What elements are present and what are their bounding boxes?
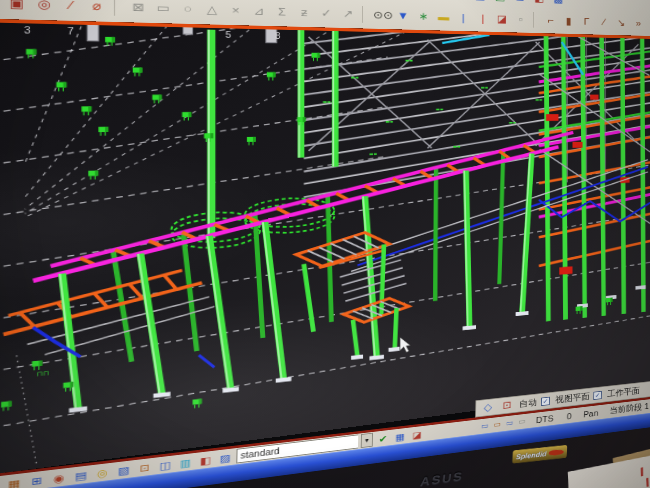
rebar-tool-icon[interactable]: ƶ — [295, 4, 314, 21]
slanted-beam-icon[interactable]: ∕ — [596, 15, 611, 30]
rotate-icon[interactable]: ◎ — [93, 464, 111, 481]
snap-mode-3-icon[interactable]: ▭ — [504, 417, 515, 428]
macro-icon[interactable]: ▣ — [5, 0, 29, 13]
count-indicator: 0 — [567, 411, 572, 421]
box-print — [646, 478, 648, 487]
work-plane-label: 工作平面 — [607, 385, 640, 400]
combobox-dropdown-icon[interactable]: ▾ — [361, 433, 373, 448]
cross-tool-icon[interactable]: × — [225, 2, 245, 20]
dense-hatch-icon[interactable]: ▩ — [551, 0, 567, 7]
desk-box — [568, 454, 650, 488]
view-plane-icon[interactable]: ◪ — [494, 11, 511, 27]
rectangle-tool-icon[interactable]: ▭ — [152, 0, 174, 17]
check-tool-icon[interactable]: ✓ — [317, 5, 336, 22]
grid-minus-icon[interactable]: ⊟ — [512, 0, 528, 5]
triangle-tool-icon[interactable]: △ — [202, 1, 223, 19]
snap-box-icon[interactable]: ⊡ — [499, 397, 516, 414]
asus-logo: ASUS — [420, 469, 465, 488]
perspective-icon[interactable]: ▨ — [217, 450, 234, 466]
select-filter-icon[interactable]: ⊠ — [127, 0, 149, 17]
grid-plus-icon[interactable]: ⊞ — [409, 0, 427, 2]
phase-view-icon[interactable]: ◪ — [410, 427, 424, 441]
monitor-screen: ▦▤◫▥⊞▧◨▨◩⊟◧▩ ▣◎∕⌀⊠▭○△×⊿Σƶ✓↗⊙⊙▼∗▬||◪▫⌐▮Γ∕… — [0, 19, 650, 488]
scene-icon[interactable]: ▦ — [393, 429, 408, 444]
half-fill-icon[interactable]: ◨ — [451, 0, 468, 3]
box-print — [641, 467, 643, 476]
auto-label[interactable]: 自动 — [519, 396, 537, 409]
note-icon[interactable]: ▬ — [435, 9, 452, 25]
crosshatch-icon[interactable]: ▨ — [472, 0, 489, 4]
apply-check-icon[interactable]: ✔ — [375, 431, 390, 446]
fit-view-icon[interactable]: ⊞ — [27, 472, 46, 488]
bottom-stack: ◇⊡ 自动 ✓ 视图平面 ✓ 工作平面 ▦⊞◉▤◎▧⊡◫▥◧▨ standard… — [0, 19, 650, 488]
filter-funnel-icon[interactable]: ▼ — [394, 8, 412, 25]
circle-tool-icon[interactable]: ○ — [177, 0, 198, 18]
grid-cell-icon[interactable]: ▫ — [513, 12, 529, 28]
pin-red-icon[interactable]: | — [474, 10, 491, 26]
splendid-sticker: Splendid — [512, 445, 567, 464]
corner-fill-icon[interactable]: ◩ — [492, 0, 509, 5]
diameter-icon[interactable]: ⌀ — [86, 0, 109, 16]
fly-icon[interactable]: ▥ — [177, 454, 194, 470]
render-icon[interactable]: ◉ — [50, 469, 69, 486]
snap-diamond-icon[interactable]: ◇ — [479, 399, 496, 416]
toolbar-separator — [362, 6, 368, 22]
polybeam-icon[interactable]: Γ — [579, 14, 594, 29]
measure-icon[interactable]: ∕ — [59, 0, 82, 15]
column-icon[interactable]: ▮ — [561, 13, 577, 28]
hatch-icon[interactable]: ▧ — [431, 0, 448, 2]
shade-icon[interactable]: ▧ — [115, 462, 133, 478]
left-fill-icon[interactable]: ◧ — [531, 0, 547, 6]
toolbar-separator — [533, 12, 539, 27]
view-plane-label: 视图平面 — [555, 390, 589, 405]
binoculars-icon[interactable]: ⊙⊙ — [373, 7, 391, 24]
twin-beam-icon[interactable]: » — [631, 16, 646, 31]
beam-icon[interactable]: ⌐ — [543, 13, 559, 29]
curved-beam-icon[interactable]: ↘ — [614, 15, 629, 30]
pan-icon[interactable]: ◫ — [156, 457, 174, 473]
toolbar-separator — [114, 0, 122, 16]
clash-check-icon[interactable]: ◎ — [32, 0, 55, 14]
snap-points-icon[interactable]: ∗ — [415, 8, 433, 24]
work-plane-checkbox[interactable]: ✓ — [593, 391, 602, 400]
wireframe-icon[interactable]: ▤ — [72, 467, 91, 484]
snap-mode-1-icon[interactable]: ▭ — [479, 420, 490, 431]
dts-indicator: DTS — [536, 413, 554, 424]
snap-mode-2-icon[interactable]: ▭ — [492, 419, 503, 430]
photo-of-monitor: ▦▤◫▥⊞▧◨▨◩⊟◧▩ ▣◎∕⌀⊠▭○△×⊿Σƶ✓↗⊙⊙▼∗▬||◪▫⌐▮Γ∕… — [0, 0, 650, 488]
sticker-swoosh-icon — [549, 449, 564, 456]
view-rows-icon[interactable]: ▥ — [388, 0, 406, 1]
pin-blue-icon[interactable]: | — [455, 10, 472, 26]
arrow-tool-icon[interactable]: ↗ — [339, 6, 358, 23]
zoom-icon[interactable]: ⊡ — [136, 459, 154, 475]
ortho-icon[interactable]: ◧ — [197, 452, 214, 468]
create-view-icon[interactable]: ▦ — [4, 475, 24, 488]
sum-tool-icon[interactable]: Σ — [272, 3, 292, 20]
splendid-label: Splendid — [516, 450, 547, 461]
snap-mode-4-icon[interactable]: ▭ — [516, 416, 527, 427]
angle-tool-icon[interactable]: ⊿ — [249, 3, 269, 21]
view-plane-checkbox[interactable]: ✓ — [541, 396, 550, 405]
mode-indicator: Pan — [583, 408, 598, 419]
